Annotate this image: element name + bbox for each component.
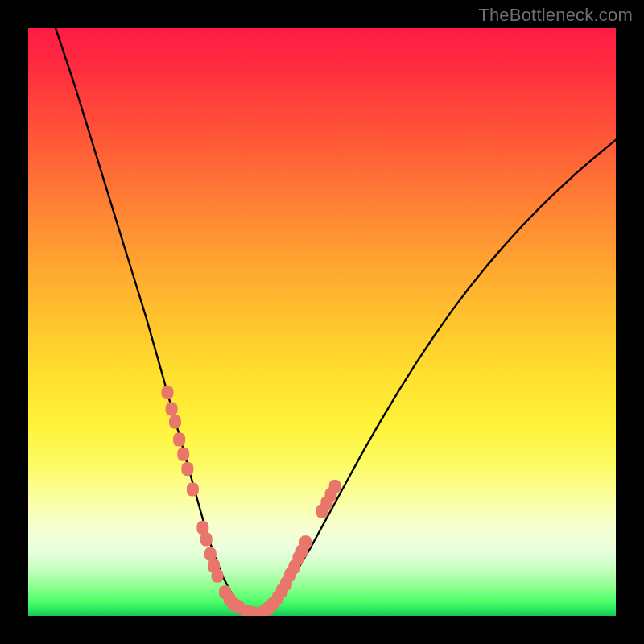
curve-marker bbox=[212, 569, 224, 583]
curve-marker bbox=[169, 415, 181, 429]
curve-marker bbox=[200, 533, 213, 547]
watermark-text: TheBottleneck.com bbox=[478, 5, 633, 26]
marker-layer bbox=[162, 386, 341, 616]
plot-area bbox=[28, 28, 616, 616]
chart-frame: TheBottleneck.com bbox=[0, 0, 644, 644]
curve-layer bbox=[28, 28, 616, 616]
curve-marker bbox=[166, 402, 178, 416]
curve-marker bbox=[204, 547, 217, 561]
curve-marker bbox=[177, 448, 189, 461]
curve-marker bbox=[299, 535, 312, 549]
curve-marker bbox=[162, 386, 174, 399]
curve-marker bbox=[187, 483, 199, 497]
curve-marker bbox=[181, 462, 193, 476]
curve-marker bbox=[173, 433, 185, 447]
curve-marker bbox=[329, 480, 341, 493]
bottleneck-curve bbox=[28, 28, 616, 614]
curve-marker bbox=[196, 521, 208, 535]
